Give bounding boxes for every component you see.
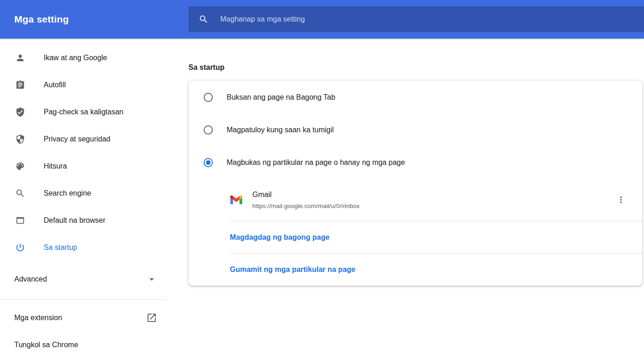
use-current-pages-label: Gumamit ng mga partikular na page: [230, 265, 355, 274]
use-current-pages-button[interactable]: Gumamit ng mga partikular na page: [188, 254, 642, 286]
search-input[interactable]: [220, 15, 644, 23]
option-label: Magpatuloy kung saan ka tumigil: [227, 126, 334, 134]
settings-sidebar: Ikaw at ang Google Autofill Pag-check sa…: [0, 39, 188, 361]
open-in-new-icon: [146, 312, 157, 323]
more-vert-icon: [616, 195, 626, 205]
shield-icon: [15, 134, 25, 144]
sidebar-item-label: Hitsura: [44, 162, 67, 170]
add-new-page-label: Magdagdag ng bagong page: [230, 233, 330, 242]
site-title: Gmail: [252, 190, 359, 199]
extensions-label: Mga extension: [14, 314, 62, 322]
sidebar-item-tungkol-sa-chrome[interactable]: Tungkol sa Chrome: [0, 331, 188, 358]
startup-option-new-tab[interactable]: Buksan ang page na Bagong Tab: [188, 81, 642, 113]
search-icon: [15, 188, 25, 198]
startup-page-row-gmail: Gmail https://mail.google.com/mail/u/0/#…: [188, 179, 642, 221]
power-icon: [15, 243, 25, 253]
startup-options-card: Buksan ang page na Bagong Tab Magpatuloy…: [188, 81, 642, 286]
shield-check-icon: [15, 107, 25, 117]
page-title: Mga setting: [14, 14, 69, 25]
radio-button[interactable]: [204, 158, 213, 167]
sidebar-divider: [0, 299, 166, 300]
about-chrome-label: Tungkol sa Chrome: [14, 341, 78, 349]
option-label: Magbukas ng partikular na page o hanay n…: [227, 158, 405, 167]
site-url: https://mail.google.com/mail/u/0/#inbox: [252, 202, 359, 210]
settings-main: Sa startup Buksan ang page na Bagong Tab…: [188, 39, 644, 361]
palette-icon: [15, 161, 25, 171]
sidebar-item-sa-startup[interactable]: Sa startup: [0, 234, 188, 261]
clipboard-icon: [15, 80, 25, 90]
sidebar-item-label: Privacy at seguridad: [44, 135, 110, 143]
settings-search[interactable]: [188, 6, 644, 32]
startup-option-continue[interactable]: Magpatuloy kung saan ka tumigil: [188, 113, 642, 146]
person-icon: [15, 53, 25, 63]
add-new-page-button[interactable]: Magdagdag ng bagong page: [188, 221, 642, 253]
sidebar-item-label: Pag-check sa kaligtasan: [44, 108, 123, 116]
sidebar-item-label: Ikaw at ang Google: [44, 54, 107, 62]
sidebar-item-search-engine[interactable]: Search engine: [0, 180, 188, 207]
sidebar-item-label: Sa startup: [44, 243, 77, 252]
sidebar-item-default-na-browser[interactable]: Default na browser: [0, 207, 188, 234]
sidebar-item-label: Search engine: [44, 189, 91, 197]
settings-header: Mga setting: [0, 0, 644, 39]
chevron-down-icon: [146, 274, 157, 285]
radio-button[interactable]: [204, 125, 213, 135]
sidebar-advanced-toggle[interactable]: Advanced: [0, 265, 188, 293]
browser-window-icon: [15, 215, 25, 226]
sidebar-item-privacy-at-seguridad[interactable]: Privacy at seguridad: [0, 125, 188, 152]
sidebar-item-label: Default na browser: [44, 216, 105, 225]
option-label: Buksan ang page na Bagong Tab: [227, 93, 335, 102]
sidebar-item-label: Autofill: [44, 81, 66, 89]
sidebar-item-ikaw-at-ang-google[interactable]: Ikaw at ang Google: [0, 44, 188, 71]
gmail-icon: [230, 195, 242, 204]
sidebar-item-mga-extension[interactable]: Mga extension: [0, 304, 188, 331]
page-heading: Sa startup: [188, 62, 644, 72]
sidebar-item-pag-check-sa-kaligtasan[interactable]: Pag-check sa kaligtasan: [0, 98, 188, 125]
radio-button[interactable]: [204, 93, 213, 102]
sidebar-item-hitsura[interactable]: Hitsura: [0, 152, 188, 180]
page-more-options-button[interactable]: [613, 192, 629, 208]
site-info: Gmail https://mail.google.com/mail/u/0/#…: [252, 190, 359, 210]
startup-option-specific-pages[interactable]: Magbukas ng partikular na page o hanay n…: [188, 146, 642, 179]
advanced-label: Advanced: [14, 275, 47, 283]
sidebar-item-autofill[interactable]: Autofill: [0, 71, 188, 98]
search-icon: [199, 14, 209, 24]
